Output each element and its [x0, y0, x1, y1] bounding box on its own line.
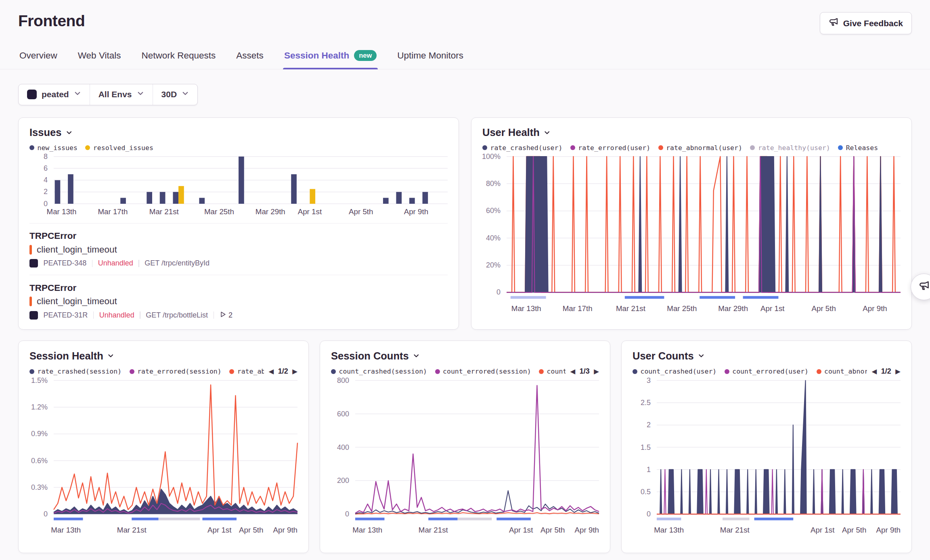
pager-next-icon[interactable]: ▶ [895, 368, 901, 375]
y-tick-label: 0.3% [31, 483, 48, 491]
x-tick-label: Apr 9th [575, 526, 599, 535]
legend-new-issues[interactable]: new_issues [29, 144, 78, 152]
megaphone-icon [829, 17, 838, 29]
legend-dot [130, 369, 134, 374]
chevron-down-icon [66, 127, 73, 138]
x-tick-label: Apr 1st [298, 207, 322, 216]
x-tick-label: Mar 17th [98, 207, 128, 216]
pager-count: 1/2 [881, 367, 891, 376]
legend-rate-crashed-user[interactable]: rate_crashed(user) [482, 144, 562, 152]
y-tick-label: 1 [647, 465, 651, 474]
session-health-panel-header[interactable]: Session Health [29, 350, 297, 362]
y-tick-label: 0 [44, 199, 48, 208]
chevron-down-icon [544, 127, 551, 138]
legend-dot [838, 145, 843, 150]
legend-count-crashed-user[interactable]: count_crashed(user) [633, 368, 716, 375]
session-counts-chart[interactable]: 0200400600800Mar 13thMar 21stApr 1stApr … [331, 380, 599, 535]
chevron-down-icon [74, 90, 81, 99]
legend-count-errored-user[interactable]: count_errored(user) [725, 368, 809, 375]
issue-title-link[interactable]: TRPCError [29, 231, 76, 241]
legend-count-errored-session[interactable]: count_errored(session) [435, 368, 531, 375]
x-axis: Mar 13thMar 21stApr 1stApr 5thApr 9th [355, 524, 599, 535]
environment-selector[interactable]: All Envs [90, 84, 153, 105]
user-health-chart[interactable]: 020%40%60%80%100%Mar 13thMar 17thMar 21s… [482, 157, 901, 314]
user-counts-legend: count_crashed(user) count_errored(user) … [633, 367, 901, 376]
page-filter-bar: peated All Envs 30D [18, 84, 198, 105]
pager-next-icon[interactable]: ▶ [594, 368, 599, 375]
pager-prev-icon[interactable]: ◀ [269, 368, 274, 375]
legend-rate-abnormal-session[interactable]: rate_abnormal(session) [229, 368, 264, 375]
pager-prev-icon[interactable]: ◀ [872, 368, 877, 375]
tab-web-vitals[interactable]: Web Vitals [77, 49, 122, 69]
pager-next-icon[interactable]: ▶ [292, 368, 297, 375]
y-tick-label: 40% [486, 234, 501, 242]
floating-feedback-button[interactable] [911, 274, 930, 300]
session-health-chart[interactable]: 00.3%0.6%0.9%1.2%1.5%Mar 13thMar 21stApr… [29, 380, 297, 535]
legend-releases[interactable]: Releases [838, 144, 878, 152]
legend-dot [539, 369, 544, 374]
x-tick-label: Mar 29th [256, 207, 285, 216]
top-panels-row: Issues new_issues resolved_issues 02468M… [18, 117, 912, 330]
legend-rate-errored-session[interactable]: rate_errored(session) [130, 368, 222, 375]
legend-dot [435, 369, 440, 374]
user-counts-chart[interactable]: 00.511.522.53Mar 13thMar 21stApr 1stApr … [633, 380, 901, 535]
issues-panel: Issues new_issues resolved_issues 02468M… [18, 117, 459, 330]
divider [140, 311, 140, 319]
tab-uptime-monitors[interactable]: Uptime Monitors [396, 49, 465, 69]
issue-transaction: GET /trpc/bottleList [146, 311, 208, 320]
x-tick-label: Mar 29th [718, 304, 748, 313]
divider [214, 311, 214, 319]
x-tick-label: Apr 9th [404, 207, 428, 216]
megaphone-icon [919, 280, 930, 294]
y-tick-label: 3 [647, 376, 651, 385]
user-counts-panel-header[interactable]: User Counts [633, 350, 901, 362]
y-tick-label: 1.5% [31, 376, 48, 385]
replay-count[interactable]: 2 [220, 311, 233, 320]
legend-rate-healthy-user[interactable]: rate_healthy(user) [750, 144, 830, 152]
legend-dot [29, 369, 34, 374]
user-health-panel-header[interactable]: User Health [482, 127, 901, 138]
project-selector[interactable]: peated [19, 84, 90, 105]
legend-rate-abnormal-user[interactable]: rate_abnormal(user) [658, 144, 742, 152]
issue-row[interactable]: TRPCError client_login_timeout PEATED-31… [29, 275, 448, 327]
issues-panel-header[interactable]: Issues [29, 127, 448, 138]
y-tick-label: 4 [44, 176, 48, 184]
project-avatar [29, 259, 38, 267]
y-tick-label: 60% [486, 207, 501, 215]
tab-session-health[interactable]: Session Health new [283, 49, 378, 69]
legend-count-abnormal-session[interactable]: count_abnormal(session) [539, 368, 565, 375]
give-feedback-button[interactable]: Give Feedback [820, 12, 912, 34]
pager-prev-icon[interactable]: ◀ [570, 368, 576, 375]
legend-dot [570, 145, 575, 150]
x-tick-label: Mar 13th [654, 526, 684, 535]
legend-pager: ◀ 1/2 ▶ [872, 367, 901, 376]
legend-rate-errored-user[interactable]: rate_errored(user) [570, 144, 650, 152]
y-tick-label: 0.9% [31, 430, 48, 438]
tab-network-requests[interactable]: Network Requests [140, 49, 217, 69]
bottom-panels-row: Session Health rate_crashed(session) rat… [18, 341, 912, 553]
session-counts-panel-header[interactable]: Session Counts [331, 350, 599, 362]
x-tick-label: Mar 13th [511, 304, 541, 313]
issue-message: client_login_timeout [37, 296, 117, 307]
legend-rate-crashed-session[interactable]: rate_crashed(session) [29, 368, 121, 375]
y-axis: 00.511.522.53 [633, 380, 653, 522]
y-axis: 020%40%60%80%100% [482, 157, 503, 301]
tab-assets[interactable]: Assets [235, 49, 265, 69]
x-tick-label: Apr 9th [863, 304, 887, 313]
chevron-down-icon [107, 350, 114, 362]
divider [92, 260, 93, 267]
x-tick-label: Apr 1st [760, 304, 784, 313]
issue-title-link[interactable]: TRPCError [29, 283, 76, 293]
x-tick-label: Mar 17th [563, 304, 593, 313]
play-icon [220, 311, 226, 320]
issue-row[interactable]: TRPCError client_login_timeout PEATED-34… [29, 223, 448, 275]
y-tick-label: 2.5 [641, 399, 651, 407]
y-tick-label: 1.5 [641, 443, 651, 451]
x-tick-label: Apr 5th [811, 304, 836, 313]
legend-count-abnormal-user[interactable]: count_abnormal(user) [817, 368, 867, 375]
date-range-selector[interactable]: 30D [153, 84, 198, 105]
legend-count-crashed-session[interactable]: count_crashed(session) [331, 368, 427, 375]
legend-resolved-issues[interactable]: resolved_issues [85, 144, 153, 152]
issues-bar-chart[interactable]: 02468Mar 13thMar 17thMar 21stMar 25thMar… [29, 157, 448, 217]
tab-overview[interactable]: Overview [18, 49, 59, 69]
